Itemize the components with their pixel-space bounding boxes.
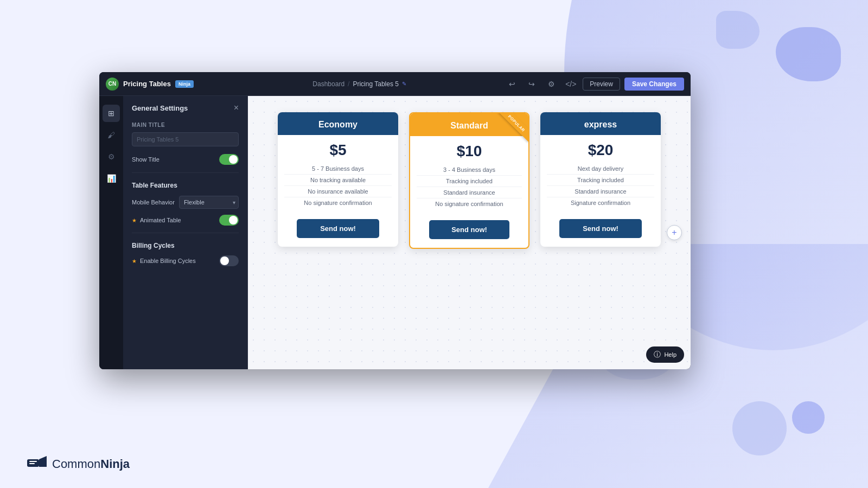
economy-title: Economy — [318, 120, 358, 129]
express-features: Next day delivery Tracking included Stan… — [540, 163, 661, 215]
mobile-behavior-select[interactable]: Flexible Stack Scroll — [179, 196, 239, 209]
sidebar-item-settings[interactable]: ⚙ — [103, 148, 120, 165]
undo-button[interactable]: ↩ — [505, 76, 520, 92]
topbar-actions: ↩ ↪ ⚙ </> Preview Save Changes — [505, 76, 684, 92]
express-title: express — [584, 120, 617, 129]
economy-feature-2: No tracking available — [284, 175, 392, 186]
pricing-card-economy: Economy $5 5 - 7 Business days No tracki… — [278, 112, 398, 247]
economy-features: 5 - 7 Business days No tracking availabl… — [278, 163, 398, 215]
show-title-toggle[interactable] — [219, 154, 239, 165]
settings-panel-header: General Settings × — [123, 96, 247, 118]
help-button[interactable]: ⓘ Help — [646, 346, 684, 363]
standard-feature-1: 3 - 4 Business days — [417, 164, 522, 176]
preview-button[interactable]: Preview — [583, 78, 620, 91]
mobile-behavior-label: Mobile Behavior — [132, 199, 175, 206]
express-feature-2: Tracking included — [547, 175, 654, 186]
breadcrumb-current: Pricing Tables 5 — [353, 80, 399, 88]
sidebar-icons: ⊞ 🖌 ⚙ 📊 — [99, 96, 123, 369]
code-button[interactable]: </> — [563, 76, 578, 92]
star-icon: ★ — [132, 217, 137, 223]
sidebar-item-chart[interactable]: 📊 — [103, 170, 120, 187]
redo-button[interactable]: ↪ — [524, 76, 539, 92]
main-title-input[interactable] — [132, 132, 239, 146]
svg-marker-1 — [39, 456, 47, 467]
mobile-behavior-row: Mobile Behavior Flexible Stack Scroll ▾ — [123, 192, 247, 212]
billing-cycles-row: ★ Enable Billing Cycles — [123, 253, 247, 269]
standard-title: Standard — [450, 121, 488, 130]
animated-table-row: ★ Animated Table — [123, 212, 247, 228]
brand-logo-icon — [27, 455, 47, 473]
brand-logo-text: CommonNinja — [52, 457, 130, 471]
brand-icon: CN — [106, 78, 119, 91]
show-title-label: Show Title — [132, 156, 159, 163]
standard-feature-4: No signature confirmation — [417, 198, 522, 209]
settings-panel: General Settings × Main Title Show Title… — [123, 96, 248, 369]
save-changes-button[interactable]: Save Changes — [624, 78, 684, 91]
breadcrumb-separator: / — [348, 80, 349, 88]
economy-price: $5 — [278, 135, 398, 163]
mobile-behavior-select-wrapper: Flexible Stack Scroll ▾ — [179, 196, 239, 209]
standard-feature-3: Standard insurance — [417, 187, 522, 198]
pricing-cards: Economy $5 5 - 7 Business days No tracki… — [278, 112, 661, 249]
table-features-title: Table Features — [123, 177, 247, 192]
add-column-button[interactable]: + — [667, 225, 682, 240]
breadcrumb: Dashboard / Pricing Tables 5 ✎ — [214, 80, 505, 88]
economy-card-header: Economy — [278, 112, 398, 135]
brand-area: CN Pricing Tables Ninja — [106, 78, 214, 91]
section-main-title-label: Main Title — [123, 118, 247, 130]
express-cta-button[interactable]: Send now! — [559, 219, 642, 238]
pricing-card-standard: POPULAR Standard $10 3 - 4 Business days… — [409, 112, 529, 249]
sidebar-item-brush[interactable]: 🖌 — [103, 126, 120, 144]
popular-badge-wrap: POPULAR — [494, 113, 528, 148]
economy-cta-button[interactable]: Send now! — [297, 219, 379, 238]
divider-1 — [132, 172, 239, 173]
topbar: CN Pricing Tables Ninja Dashboard / Pric… — [99, 72, 691, 96]
standard-feature-2: Tracking included — [417, 176, 522, 187]
economy-feature-3: No insurance available — [284, 186, 392, 197]
express-card-header: express — [540, 112, 661, 135]
app-body: ⊞ 🖌 ⚙ 📊 General Settings × Main Title Sh… — [99, 96, 691, 369]
standard-cta-button[interactable]: Send now! — [429, 220, 510, 239]
svg-rect-2 — [29, 461, 37, 462]
billing-cycles-toggle[interactable] — [219, 255, 239, 266]
express-feature-3: Standard insurance — [547, 186, 654, 197]
economy-feature-4: No signature confirmation — [284, 197, 392, 208]
express-feature-1: Next day delivery — [547, 163, 654, 175]
edit-icon[interactable]: ✎ — [402, 81, 406, 87]
standard-features: 3 - 4 Business days Tracking included St… — [410, 164, 528, 216]
preview-area: Economy $5 5 - 7 Business days No tracki… — [248, 96, 691, 369]
express-cta-area: Send now! — [540, 215, 661, 247]
breadcrumb-home: Dashboard — [312, 80, 344, 88]
billing-cycles-title: Billing Cycles — [123, 237, 247, 253]
settings-panel-title: General Settings — [132, 104, 188, 112]
bottom-brand: CommonNinja — [27, 455, 130, 473]
star-icon-2: ★ — [132, 258, 137, 264]
app-window: CN Pricing Tables Ninja Dashboard / Pric… — [99, 72, 691, 369]
settings-icon-button[interactable]: ⚙ — [544, 76, 559, 92]
animated-table-label: Animated Table — [140, 217, 217, 223]
ninja-badge: Ninja — [175, 80, 194, 88]
economy-feature-1: 5 - 7 Business days — [284, 163, 392, 175]
popular-ribbon: POPULAR — [498, 113, 528, 142]
economy-cta-area: Send now! — [278, 215, 398, 247]
brand-name: Pricing Tables — [123, 80, 171, 88]
billing-cycles-label: Enable Billing Cycles — [140, 258, 217, 264]
divider-2 — [132, 233, 239, 233]
show-title-row: Show Title — [123, 151, 247, 168]
svg-rect-3 — [29, 463, 35, 464]
express-feature-4: Signature confirmation — [547, 197, 654, 208]
help-circle-icon: ⓘ — [654, 350, 661, 359]
animated-table-toggle[interactable] — [219, 215, 239, 226]
close-panel-button[interactable]: × — [234, 104, 239, 112]
express-price: $20 — [540, 135, 661, 163]
help-label: Help — [664, 351, 676, 358]
sidebar-item-grid[interactable]: ⊞ — [103, 105, 120, 122]
pricing-card-express: express $20 Next day delivery Tracking i… — [540, 112, 661, 247]
standard-cta-area: Send now! — [410, 216, 528, 248]
